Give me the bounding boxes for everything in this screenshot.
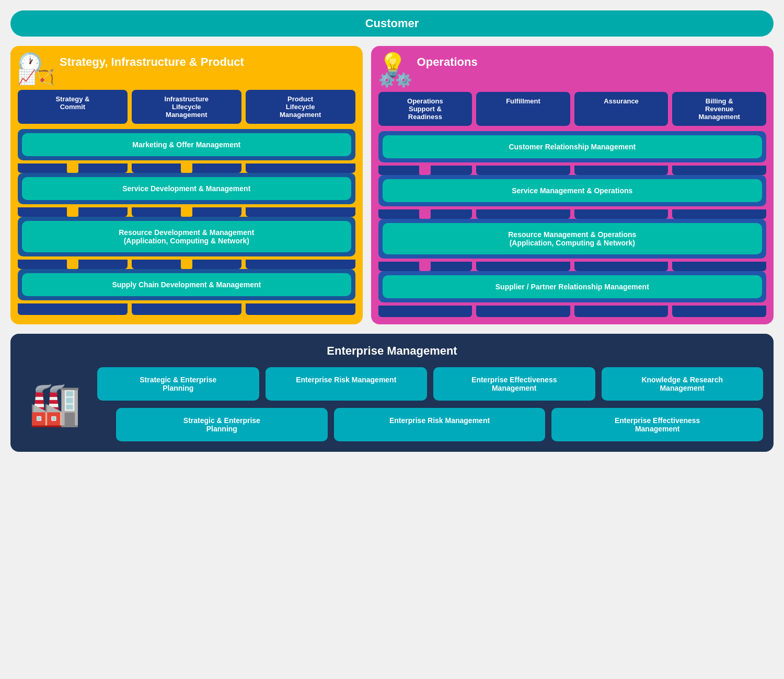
- connector-col-4c: [246, 303, 355, 315]
- strategy-sub-commit: Strategy & Commit: [18, 90, 128, 124]
- ops-conn-1b: [476, 166, 570, 175]
- strategy-header: 🕐 📈🏹 Strategy, Infrastructure & Product: [18, 53, 355, 85]
- enterprise-row-2: Strategic & Enterprise Planning Enterpri…: [97, 408, 763, 441]
- operations-icon: 💡 ⚙️⚙️: [378, 53, 412, 87]
- ops-conn-1c: [574, 166, 668, 175]
- ops-conn-2c: [574, 209, 668, 219]
- supply-chain-bar: Supply Chain Development & Management: [22, 273, 351, 296]
- enterprise-title: Enterprise Management: [21, 344, 763, 358]
- connector-col-2b: [132, 207, 241, 217]
- strategy-row-2: Service Development & Management: [18, 173, 355, 204]
- strategy-row-4: Supply Chain Development & Management: [18, 269, 355, 300]
- ops-sub-billing: Billing & Revenue Management: [672, 92, 766, 126]
- lightbulb-icon: 💡: [378, 53, 407, 76]
- ops-conn-4b: [476, 306, 570, 317]
- ops-conn-1d: [672, 166, 766, 175]
- strategy-panel: 🕐 📈🏹 Strategy, Infrastructure & Product …: [10, 46, 363, 324]
- service-dev-bar: Service Development & Management: [22, 177, 351, 200]
- ops-conn-2a: [378, 209, 472, 219]
- notch-2a: [67, 205, 78, 217]
- enterprise-panel: Enterprise Management 🏭 Strategic & Ente…: [10, 334, 774, 452]
- ent-knowledge-1: Knowledge & Research Management: [602, 367, 764, 401]
- strategy-connector-1: [18, 163, 355, 173]
- ent-effectiveness-1: Enterprise Effectiveness Management: [433, 367, 595, 401]
- customer-bar: Customer: [10, 10, 774, 37]
- connector-col-2a: [18, 207, 128, 217]
- ops-conn-3d: [672, 262, 766, 271]
- strategy-sub-infra: Infrastructure Lifecycle Management: [132, 90, 241, 124]
- connector-col-4a: [18, 303, 128, 315]
- strategy-connector-3: [18, 260, 355, 269]
- ops-conn-4d: [672, 306, 766, 317]
- ops-conn-3a: [378, 262, 472, 271]
- notch-1a: [67, 161, 78, 173]
- ent-strategic-planning-2: Strategic & Enterprise Planning: [116, 408, 328, 441]
- connector-col-4b: [132, 303, 241, 315]
- ops-conn-2d: [672, 209, 766, 219]
- connector-col-3b: [132, 260, 241, 269]
- resource-dev-bar: Resource Development & Management (Appli…: [22, 221, 351, 252]
- ent-risk-mgmt-1: Enterprise Risk Management: [266, 367, 428, 401]
- ops-notch-3a: [419, 260, 431, 271]
- connector-col-3c: [246, 260, 355, 269]
- ops-conn-2b: [476, 209, 570, 219]
- ops-connector-2: [378, 209, 766, 219]
- notch-3b: [181, 257, 192, 269]
- notch-2b: [181, 205, 192, 217]
- strategy-title: Strategy, Infrastructure & Product: [60, 53, 244, 69]
- smo-bar: Service Management & Operations: [383, 179, 762, 202]
- strategy-connector-2: [18, 207, 355, 217]
- ops-notch-1a: [419, 163, 431, 175]
- marketing-bar: Marketing & Offer Management: [22, 133, 351, 156]
- ops-conn-4c: [574, 306, 668, 317]
- ops-row-1: Customer Relationship Management: [378, 131, 766, 162]
- enterprise-spacer: [97, 408, 110, 441]
- connector-col-1c: [246, 163, 355, 173]
- crm-bar: Customer Relationship Management: [383, 135, 762, 158]
- ops-row-3: Resource Management & Operations (Applic…: [378, 219, 766, 259]
- rmo-bar: Resource Management & Operations (Applic…: [383, 223, 762, 254]
- strategy-sub-product: Product Lifecycle Management: [246, 90, 355, 124]
- ops-connector-3: [378, 262, 766, 271]
- ent-strategic-planning-1: Strategic & Enterprise Planning: [97, 367, 259, 401]
- ent-effectiveness-2: Enterprise Effectiveness Management: [551, 408, 763, 441]
- enterprise-icon-area: 🏭: [21, 367, 89, 441]
- customer-label: Customer: [365, 17, 419, 30]
- enterprise-row-1: Strategic & Enterprise Planning Enterpri…: [97, 367, 763, 401]
- ops-conn-3b: [476, 262, 570, 271]
- notch-1b: [181, 161, 192, 173]
- strategy-row-1: Marketing & Offer Management: [18, 129, 355, 160]
- ops-conn-1a: [378, 166, 472, 175]
- sprm-bar: Supplier / Partner Relationship Manageme…: [383, 275, 762, 298]
- connector-col-1a: [18, 163, 128, 173]
- chart-icon: 📈🏹: [18, 70, 54, 85]
- top-panels: 🕐 📈🏹 Strategy, Infrastructure & Product …: [10, 46, 774, 324]
- ops-conn-3c: [574, 262, 668, 271]
- connector-col-1b: [132, 163, 241, 173]
- ops-connector-4: [378, 306, 766, 317]
- ops-sub-assurance: Assurance: [574, 92, 668, 126]
- ent-risk-mgmt-2: Enterprise Risk Management: [334, 408, 546, 441]
- operations-title: Operations: [417, 53, 478, 69]
- factory-icon: 🏭: [29, 383, 81, 425]
- connector-col-3a: [18, 260, 128, 269]
- ops-row-2: Service Management & Operations: [378, 175, 766, 206]
- ops-notch-2a: [419, 207, 431, 219]
- operations-sub-headers: Operations Support & Readiness Fulfillme…: [378, 92, 766, 126]
- operations-panel: 💡 ⚙️⚙️ Operations Operations Support & R…: [371, 46, 774, 324]
- strategy-sub-headers: Strategy & Commit Infrastructure Lifecyc…: [18, 90, 355, 124]
- ops-connector-1: [378, 166, 766, 175]
- enterprise-content: Strategic & Enterprise Planning Enterpri…: [97, 367, 763, 441]
- ops-sub-support: Operations Support & Readiness: [378, 92, 472, 126]
- connector-col-2c: [246, 207, 355, 217]
- ops-sub-fulfillment: Fulfillment: [476, 92, 570, 126]
- ops-conn-4a: [378, 306, 472, 317]
- strategy-row-3: Resource Development & Management (Appli…: [18, 217, 355, 256]
- ops-row-4: Supplier / Partner Relationship Manageme…: [378, 271, 766, 302]
- strategy-icon: 🕐 📈🏹: [18, 53, 54, 85]
- notch-3a: [67, 257, 78, 269]
- strategy-connector-4: [18, 303, 355, 315]
- enterprise-rows: 🏭 Strategic & Enterprise Planning Enterp…: [21, 367, 763, 441]
- operations-header: 💡 ⚙️⚙️ Operations: [378, 53, 766, 87]
